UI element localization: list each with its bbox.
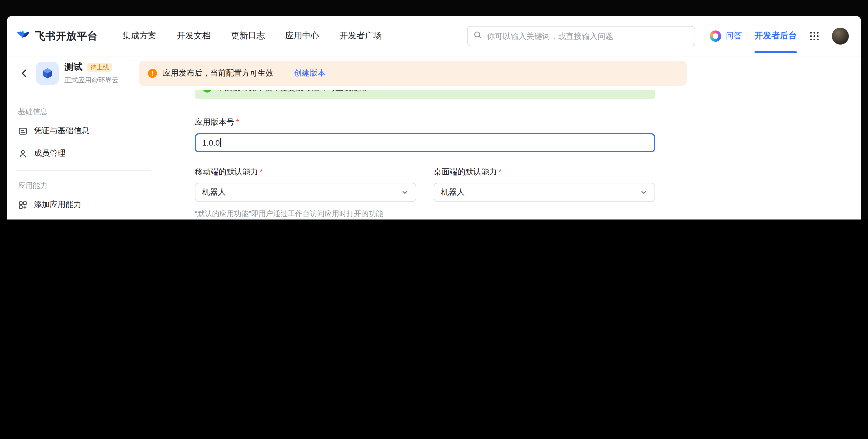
back-button[interactable] [17, 66, 32, 80]
body: 基础信息 凭证与基础信息 成员管理 应用能力 [7, 90, 861, 220]
qa-label: 问答 [725, 31, 742, 41]
sidebar-section-capabilities: 应用能力 [7, 180, 160, 191]
sidebar-item-credentials[interactable]: 凭证与基础信息 [13, 120, 154, 142]
screen: 飞书开放平台 集成方案 开发文档 更新日志 应用中心 开发者广场 [0, 0, 868, 220]
create-version-link[interactable]: 创建版本 [294, 68, 325, 78]
browser-window: 飞书开放平台 集成方案 开发文档 更新日志 应用中心 开发者广场 [7, 16, 861, 220]
nav-changelog[interactable]: 更新日志 [231, 31, 265, 41]
sidebar-section-basic: 基础信息 [7, 106, 160, 117]
chevron-down-icon [401, 189, 409, 196]
qa-gradient-icon [710, 30, 721, 41]
apps-grid-icon[interactable] [809, 31, 819, 41]
search-icon [473, 30, 482, 41]
sidebar-item-add-capability[interactable]: 添加应用能力 [13, 194, 154, 216]
feishu-logo[interactable]: 飞书开放平台 [16, 27, 98, 44]
grid-plus-icon [18, 200, 28, 210]
logo-text: 飞书开放平台 [35, 29, 98, 43]
sidebar-item-members[interactable]: 成员管理 [13, 142, 154, 165]
warning-icon: ! [148, 69, 157, 77]
desktop-capability-label: 桌面端的默认能力* [434, 167, 655, 178]
notice-text: 应用发布后，当前配置方可生效 [163, 68, 273, 78]
feishu-logo-icon [16, 27, 31, 44]
top-header: 飞书开放平台 集成方案 开发文档 更新日志 应用中心 开发者广场 [7, 16, 861, 57]
status-badge: 待上线 [87, 63, 113, 71]
success-check-icon [203, 90, 212, 93]
nav-integration[interactable]: 集成方案 [123, 31, 156, 41]
app-meta: 测试 待上线 正式应用@环界云 [64, 61, 119, 85]
tab-developer-console[interactable]: 开发者后台 [754, 16, 797, 56]
desktop-capability-select[interactable]: 机器人 [434, 183, 655, 202]
success-text: 本次发布免审核，提交发布后即可上线使用 [217, 90, 367, 93]
divider [16, 170, 151, 171]
mobile-capability-select[interactable]: 机器人 [195, 183, 416, 202]
required-asterisk: * [236, 117, 239, 126]
user-icon [18, 149, 28, 158]
mobile-capability-label: 移动端的默认能力* [195, 167, 416, 178]
text-caret [220, 138, 221, 147]
capability-hint: “默认的应用功能”即用户通过工作台访问应用时打开的功能 [195, 209, 861, 219]
main-content: 本次发布免审核，提交发布后即可上线使用 应用版本号* 1.0.0 移动端的默认能… [160, 90, 861, 220]
avatar[interactable] [832, 27, 849, 44]
primary-nav: 集成方案 开发文档 更新日志 应用中心 开发者广场 [123, 31, 382, 41]
publish-notice-banner: ! 应用发布后，当前配置方可生效 创建版本 [139, 61, 687, 86]
header-right: 问答 开发者后台 [710, 16, 849, 56]
version-label: 应用版本号* [195, 117, 861, 129]
app-name: 测试 [64, 61, 83, 73]
chevron-down-icon [640, 189, 648, 196]
qa-entry[interactable]: 问答 [710, 30, 742, 41]
sidebar-item-bot[interactable]: 机器人 [13, 216, 154, 220]
search-box[interactable] [467, 26, 695, 46]
nav-dev-plaza[interactable]: 开发者广场 [339, 31, 382, 41]
success-banner: 本次发布免审核，提交发布后即可上线使用 [195, 90, 655, 99]
id-card-icon [18, 126, 28, 136]
nav-app-center[interactable]: 应用中心 [285, 31, 319, 41]
app-cube-icon [36, 62, 59, 85]
version-input[interactable]: 1.0.0 [195, 133, 655, 153]
capability-selects-row: 移动端的默认能力* 机器人 桌面端的默认能力* 机器人 [195, 153, 861, 202]
sidebar: 基础信息 凭证与基础信息 成员管理 应用能力 [7, 90, 160, 220]
app-header-bar: 测试 待上线 正式应用@环界云 ! 应用发布后，当前配置方可生效 创建版本 [7, 57, 861, 90]
search-input[interactable] [487, 31, 689, 40]
nav-docs[interactable]: 开发文档 [177, 31, 211, 41]
app-subtitle: 正式应用@环界云 [64, 75, 119, 85]
